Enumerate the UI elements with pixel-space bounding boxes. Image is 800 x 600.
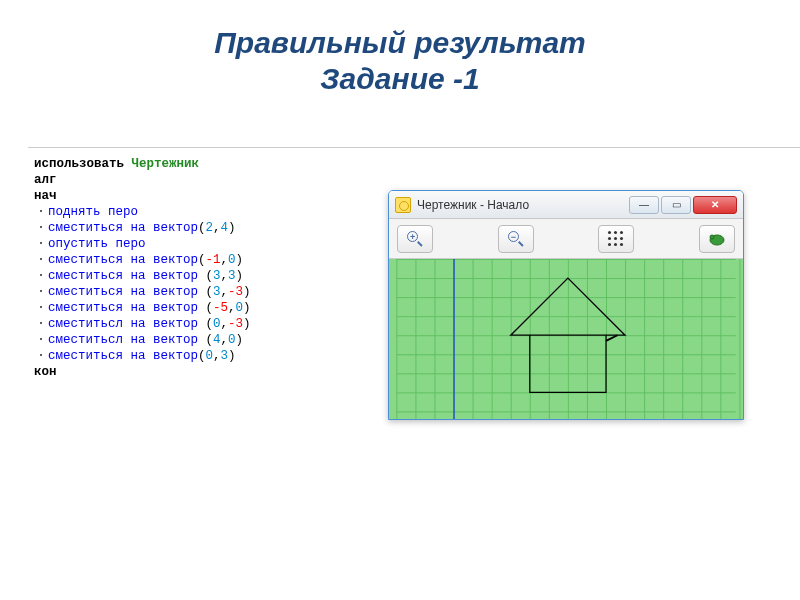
toolbar: + − (389, 219, 743, 259)
code-alg: алг (34, 172, 462, 188)
svg-point-1 (710, 235, 714, 239)
close-button[interactable]: ✕ (693, 196, 737, 214)
run-button[interactable] (699, 225, 735, 253)
app-window: Чертежник - Начало — ▭ ✕ + − (388, 190, 744, 420)
app-icon (395, 197, 411, 213)
titlebar[interactable]: Чертежник - Начало — ▭ ✕ (389, 191, 743, 219)
slide: Правильный результат Задание -1 использо… (0, 0, 800, 600)
title-area: Правильный результат Задание -1 (0, 0, 800, 112)
zoom-in-icon: + (407, 231, 423, 247)
turtle-icon (708, 231, 726, 247)
drawing-canvas (389, 259, 743, 420)
grid-button[interactable] (598, 225, 634, 253)
zoom-in-button[interactable]: + (397, 225, 433, 253)
code-use: использовать Чертежник (34, 156, 462, 172)
maximize-button[interactable]: ▭ (661, 196, 691, 214)
title-line-1: Правильный результат (0, 25, 800, 61)
canvas[interactable] (389, 259, 743, 420)
minimize-button[interactable]: — (629, 196, 659, 214)
grid-icon (607, 230, 625, 248)
window-buttons: — ▭ ✕ (627, 196, 737, 214)
title-line-2: Задание -1 (0, 61, 800, 97)
window-title: Чертежник - Начало (417, 198, 529, 212)
zoom-out-button[interactable]: − (498, 225, 534, 253)
zoom-out-icon: − (508, 231, 524, 247)
